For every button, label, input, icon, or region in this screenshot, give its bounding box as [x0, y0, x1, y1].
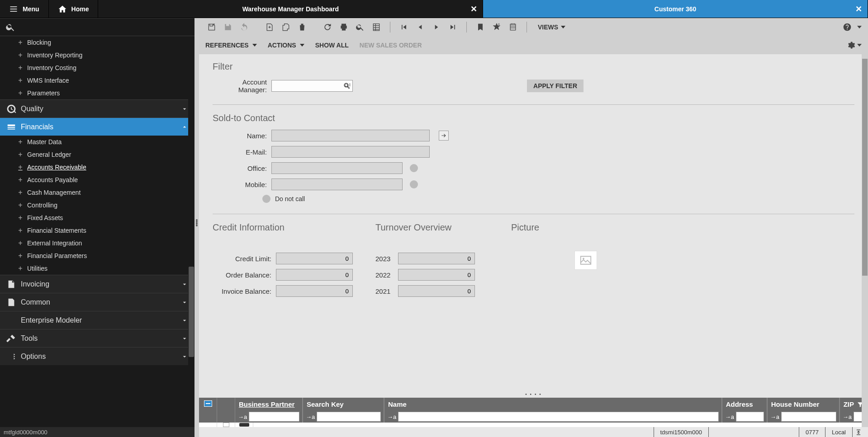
actions-dropdown[interactable]: ACTIONS — [268, 42, 304, 49]
favorite-button[interactable] — [490, 21, 503, 33]
drill-down-button[interactable] — [439, 131, 449, 141]
splitter-handle[interactable]: •••• — [194, 18, 199, 427]
bookmark-button[interactable] — [474, 21, 487, 33]
match-mode-icon[interactable]: →a — [306, 414, 315, 420]
col-business-partner[interactable]: Business Partner — [235, 398, 303, 411]
views-dropdown[interactable]: VIEWS — [534, 23, 569, 31]
match-mode-icon[interactable]: →a — [843, 414, 852, 420]
first-icon — [399, 23, 408, 32]
filter-zip[interactable] — [854, 412, 863, 422]
scrollbar-thumb[interactable] — [862, 59, 868, 276]
filter-search-key[interactable] — [317, 412, 381, 422]
quality-icon — [6, 104, 16, 114]
filter-business-partner[interactable] — [249, 412, 299, 422]
next-record-button[interactable] — [430, 21, 443, 33]
copy-button[interactable] — [280, 21, 292, 33]
print-button[interactable] — [337, 21, 350, 33]
sidebar-item-blocking[interactable]: +Blocking — [0, 36, 194, 49]
sidebar-item-financial-statements[interactable]: +Financial Statements — [0, 224, 194, 237]
mobile-input[interactable] — [271, 179, 403, 190]
col-address[interactable]: Address — [722, 398, 767, 411]
account-manager-input[interactable] — [271, 80, 353, 92]
image-icon — [578, 254, 594, 267]
office-input[interactable] — [271, 162, 403, 174]
new-sales-order-button[interactable]: NEW SALES ORDER — [360, 42, 422, 49]
sidebar-group-quality[interactable]: Quality — [0, 99, 194, 117]
sidebar-item-label: External Integration — [27, 240, 82, 247]
sidebar-scrollbar[interactable] — [188, 36, 194, 427]
sidebar-group-invoicing[interactable]: Invoicing — [0, 275, 194, 293]
references-label: REFERENCES — [205, 42, 249, 49]
close-icon[interactable]: ✕ — [855, 4, 862, 14]
save-button[interactable] — [222, 21, 234, 33]
export-button[interactable] — [370, 21, 383, 33]
help-button[interactable] — [841, 21, 854, 33]
name-input[interactable] — [271, 130, 430, 141]
search-button[interactable] — [354, 21, 366, 33]
search-icon — [356, 23, 365, 32]
refresh-button[interactable] — [321, 21, 334, 33]
undo-button[interactable] — [238, 21, 251, 33]
col-search-key[interactable]: Search Key — [303, 398, 384, 411]
new-button[interactable] — [263, 21, 276, 33]
sidebar-group-common[interactable]: Common — [0, 293, 194, 311]
match-mode-icon[interactable]: →a — [387, 414, 396, 420]
scrollbar-thumb[interactable] — [189, 267, 194, 357]
sidebar-item-master-data[interactable]: +Master Data — [0, 136, 194, 148]
notes-button[interactable] — [507, 21, 519, 33]
collapse-toggle[interactable] — [204, 400, 212, 407]
references-dropdown[interactable]: REFERENCES — [205, 42, 257, 49]
filter-address[interactable] — [736, 412, 764, 422]
col-house-number[interactable]: House Number — [768, 398, 840, 411]
sidebar-group-tools[interactable]: Tools — [0, 329, 194, 347]
sidebar-item-general-ledger[interactable]: +General Ledger — [0, 148, 194, 161]
content-scrollbar[interactable] — [862, 54, 868, 427]
sidebar-item-cash-management[interactable]: +Cash Management — [0, 186, 194, 199]
sidebar-item-inventory-reporting[interactable]: +Inventory Reporting — [0, 49, 194, 61]
caret-down-icon — [857, 44, 862, 47]
close-icon[interactable]: ✕ — [470, 4, 477, 14]
sidebar-group-financials[interactable]: Financials — [0, 117, 194, 136]
apply-filter-button[interactable]: APPLY FILTER — [527, 80, 583, 92]
separator — [390, 22, 390, 33]
sidebar-item-wms-interface[interactable]: +WMS Interface — [0, 74, 194, 87]
collapse-icon[interactable] — [855, 429, 862, 435]
match-mode-icon[interactable]: →a — [238, 414, 247, 420]
sidebar-item-financial-parameters[interactable]: +Financial Parameters — [0, 249, 194, 262]
divider — [213, 104, 854, 105]
filter-house-number[interactable] — [781, 412, 836, 422]
delete-button[interactable] — [296, 21, 308, 33]
sidebar-item-label: Blocking — [27, 39, 51, 46]
match-mode-icon[interactable]: →a — [725, 414, 734, 420]
chevron-down-icon — [181, 299, 188, 306]
sidebar-item-accounts-receivable[interactable]: +Accounts Receivable — [0, 161, 194, 174]
sidebar-item-fixed-assets[interactable]: +Fixed Assets — [0, 211, 194, 224]
sidebar-search[interactable] — [0, 18, 194, 36]
show-all-button[interactable]: SHOW ALL — [315, 42, 349, 49]
save-close-button[interactable] — [205, 21, 218, 33]
sidebar-item-accounts-payable[interactable]: +Accounts Payable — [0, 174, 194, 186]
sidebar-item-inventory-costing[interactable]: +Inventory Costing — [0, 61, 194, 74]
first-record-button[interactable] — [398, 21, 410, 33]
filter-name[interactable] — [398, 412, 718, 422]
email-input[interactable] — [271, 146, 430, 158]
col-name[interactable]: Name — [384, 398, 722, 411]
sidebar-item-utilities[interactable]: +Utilities — [0, 262, 194, 275]
sidebar-group-enterprise-modeler[interactable]: Enterprise Modeler — [0, 311, 194, 329]
sidebar-item-controlling[interactable]: +Controlling — [0, 199, 194, 211]
menu-button[interactable]: Menu — [0, 0, 49, 18]
sidebar-item-external-integration[interactable]: +External Integration — [0, 237, 194, 249]
home-button[interactable]: Home — [49, 0, 99, 18]
tab-warehouse-dashboard[interactable]: Warehouse Manager Dashboard ✕ — [98, 0, 483, 18]
tab-customer-360[interactable]: Customer 360 ✕ — [483, 0, 868, 18]
settings-dropdown[interactable] — [846, 41, 862, 50]
resize-handle[interactable]: • • • • — [199, 391, 868, 398]
prev-record-button[interactable] — [414, 21, 427, 33]
radio-unchecked[interactable] — [262, 195, 270, 203]
sidebar-group-options[interactable]: Options — [0, 347, 194, 365]
sidebar-item-label: Accounts Receivable — [27, 164, 86, 171]
col-zip[interactable]: ZIP — [844, 400, 854, 408]
last-record-button[interactable] — [446, 21, 459, 33]
sidebar-item-parameters[interactable]: +Parameters — [0, 87, 194, 99]
match-mode-icon[interactable]: →a — [770, 414, 779, 420]
